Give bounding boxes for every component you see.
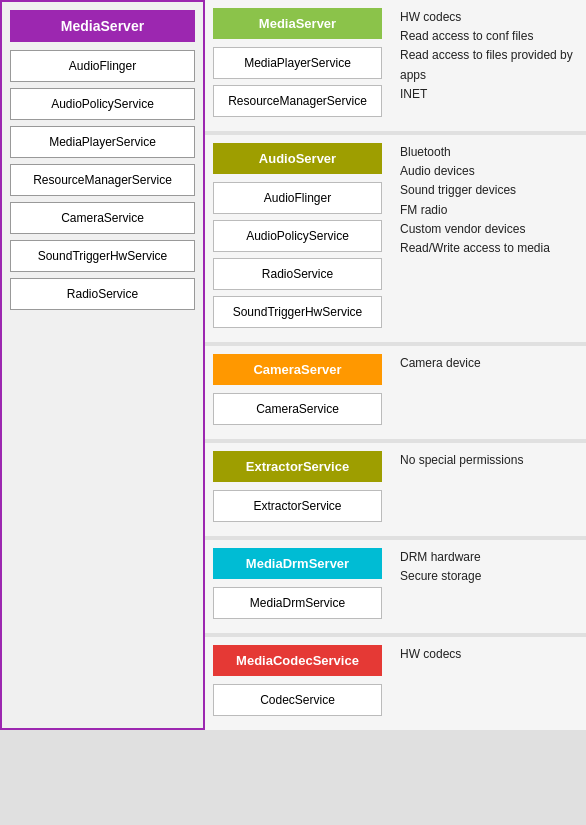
left-column-header: MediaServer [10, 10, 195, 42]
section-header-mediacodecservice: MediaCodecService [213, 645, 382, 676]
sections-container: MediaServerMediaPlayerServiceResourceMan… [205, 0, 586, 730]
left-column: MediaServer AudioFlingerAudioPolicyServi… [0, 0, 205, 730]
permission-item: Camera device [400, 354, 576, 373]
section-row-cameraserver: CameraServerCameraServiceCamera device [205, 346, 586, 443]
left-item: AudioPolicyService [10, 88, 195, 120]
section-row-mediadrmserver: MediaDrmServerMediaDrmServiceDRM hardwar… [205, 540, 586, 637]
middle-column-extractorservice: ExtractorServiceExtractorService [205, 443, 390, 536]
section-row-extractorservice: ExtractorServiceExtractorServiceNo speci… [205, 443, 586, 540]
section-item: RadioService [213, 258, 382, 290]
right-area: MediaServerMediaPlayerServiceResourceMan… [205, 0, 586, 730]
middle-column-audioserver: AudioServerAudioFlingerAudioPolicyServic… [205, 135, 390, 342]
left-item: SoundTriggerHwService [10, 240, 195, 272]
permission-item: Read access to conf files [400, 27, 576, 46]
permission-item: Sound trigger devices [400, 181, 576, 200]
left-item: ResourceManagerService [10, 164, 195, 196]
middle-column-cameraserver: CameraServerCameraService [205, 346, 390, 439]
section-item: AudioPolicyService [213, 220, 382, 252]
section-header-extractorservice: ExtractorService [213, 451, 382, 482]
middle-column-mediacodecservice: MediaCodecServiceCodecService [205, 637, 390, 730]
permission-item: Custom vendor devices [400, 220, 576, 239]
section-item: AudioFlinger [213, 182, 382, 214]
permission-item: FM radio [400, 201, 576, 220]
section-item: ExtractorService [213, 490, 382, 522]
permissions-column-extractorservice: No special permissions [390, 443, 586, 536]
middle-column-mediadrmserver: MediaDrmServerMediaDrmService [205, 540, 390, 633]
middle-column-mediaserver: MediaServerMediaPlayerServiceResourceMan… [205, 0, 390, 131]
permissions-column-mediaserver: HW codecsRead access to conf filesRead a… [390, 0, 586, 131]
section-item: SoundTriggerHwService [213, 296, 382, 328]
permission-item: Read/Write access to media [400, 239, 576, 258]
permissions-column-mediacodecservice: HW codecs [390, 637, 586, 730]
permission-item: HW codecs [400, 8, 576, 27]
section-row-mediaserver: MediaServerMediaPlayerServiceResourceMan… [205, 0, 586, 135]
section-row-mediacodecservice: MediaCodecServiceCodecServiceHW codecs [205, 637, 586, 730]
permission-item: No special permissions [400, 451, 576, 470]
section-item: MediaPlayerService [213, 47, 382, 79]
section-header-audioserver: AudioServer [213, 143, 382, 174]
left-item: MediaPlayerService [10, 126, 195, 158]
section-item: MediaDrmService [213, 587, 382, 619]
permission-item: INET [400, 85, 576, 104]
permission-item: Read access to files provided by apps [400, 46, 576, 84]
permissions-column-audioserver: BluetoothAudio devicesSound trigger devi… [390, 135, 586, 342]
permission-item: Secure storage [400, 567, 576, 586]
permission-item: HW codecs [400, 645, 576, 664]
section-header-cameraserver: CameraServer [213, 354, 382, 385]
permission-item: Audio devices [400, 162, 576, 181]
left-item: CameraService [10, 202, 195, 234]
left-item: AudioFlinger [10, 50, 195, 82]
left-items-list: AudioFlingerAudioPolicyServiceMediaPlaye… [10, 50, 195, 310]
section-header-mediaserver: MediaServer [213, 8, 382, 39]
left-item: RadioService [10, 278, 195, 310]
section-item: CameraService [213, 393, 382, 425]
permission-item: Bluetooth [400, 143, 576, 162]
permissions-column-mediadrmserver: DRM hardwareSecure storage [390, 540, 586, 633]
section-item: ResourceManagerService [213, 85, 382, 117]
permissions-column-cameraserver: Camera device [390, 346, 586, 439]
section-row-audioserver: AudioServerAudioFlingerAudioPolicyServic… [205, 135, 586, 346]
section-item: CodecService [213, 684, 382, 716]
permission-item: DRM hardware [400, 548, 576, 567]
section-header-mediadrmserver: MediaDrmServer [213, 548, 382, 579]
